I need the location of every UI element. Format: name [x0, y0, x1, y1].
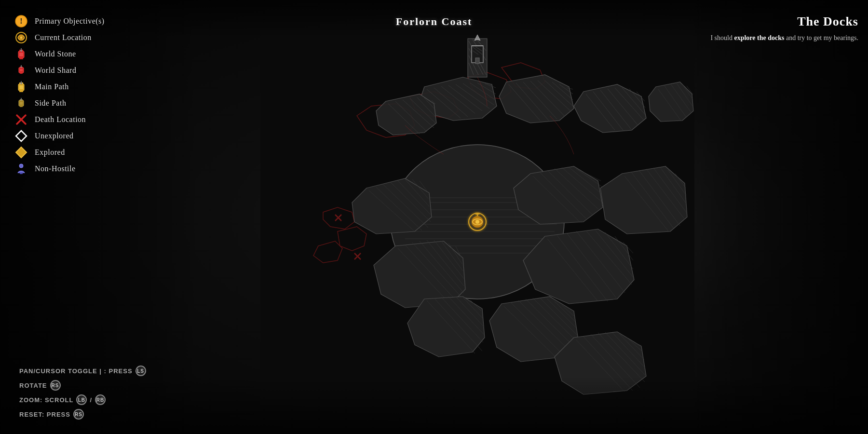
side-path-icon — [14, 96, 28, 110]
svg-point-185 — [19, 164, 23, 168]
svg-rect-145 — [475, 58, 479, 64]
svg-rect-171 — [19, 91, 23, 92]
control-reset-badge: RS — [73, 409, 84, 420]
death-location-icon — [14, 113, 28, 126]
svg-marker-184 — [16, 147, 27, 158]
legend-item-world-shard: World Shard — [14, 64, 105, 77]
svg-text:!: ! — [20, 17, 22, 25]
legend-item-side-path: Side Path — [14, 96, 105, 110]
main-path-icon — [14, 80, 28, 94]
legend-label-current-location: Current Location — [35, 33, 92, 42]
quest-desc-bold: explore the docks — [734, 34, 784, 41]
non-hostile-icon — [14, 162, 28, 176]
control-pan-cursor-badge: LS — [136, 366, 146, 376]
legend-label-side-path: Side Path — [35, 99, 66, 108]
legend-item-primary-objective: ! Primary Objective(s) — [14, 14, 105, 28]
legend-item-unexplored: Unexplored — [14, 129, 105, 143]
svg-rect-186 — [20, 173, 23, 174]
legend-label-explored: Explored — [35, 148, 65, 157]
control-pan-cursor: PAN/CURSOR TOGGLE | : PRESS LS — [19, 366, 146, 376]
legend-label-main-path: Main Path — [35, 82, 69, 91]
quest-title: The Docks — [704, 14, 858, 29]
quest-description: I should explore the docks and try to ge… — [704, 33, 858, 43]
world-shard-icon — [14, 64, 28, 77]
map-title: Forlorn Coast — [396, 15, 473, 28]
svg-marker-183 — [16, 131, 27, 141]
legend-item-death-location: Death Location — [14, 113, 105, 126]
svg-rect-166 — [20, 69, 23, 71]
legend-label-death-location: Death Location — [35, 115, 86, 124]
unexplored-icon — [14, 129, 28, 143]
control-zoom-separator: / — [90, 396, 92, 404]
control-zoom-badge-rb: RB — [95, 394, 106, 405]
control-reset: RESET: PRESS RS — [19, 409, 146, 420]
control-zoom-text: ZOOM: SCROLL — [19, 396, 73, 404]
svg-point-141 — [475, 220, 479, 224]
legend-item-explored: Explored — [14, 146, 105, 159]
quest-panel: The Docks I should explore the docks and… — [704, 14, 858, 43]
legend-label-primary-objective: Primary Objective(s) — [35, 17, 105, 26]
current-location-icon — [14, 31, 28, 44]
controls-panel: PAN/CURSOR TOGGLE | : PRESS LS ROTATE RS… — [19, 366, 146, 420]
entrance-icon — [472, 46, 483, 64]
explored-icon — [14, 146, 28, 159]
svg-rect-172 — [19, 85, 23, 89]
legend-panel: ! Primary Objective(s) Current Location — [14, 14, 105, 176]
control-rotate-badge: RS — [50, 380, 61, 391]
svg-rect-177 — [20, 106, 23, 107]
legend-label-world-stone: World Stone — [35, 50, 76, 58]
quest-desc-suffix: and try to get my bearings. — [784, 34, 858, 41]
legend-item-current-location: Current Location — [14, 31, 105, 44]
legend-item-main-path: Main Path — [14, 80, 105, 94]
legend-item-world-stone: World Stone — [14, 47, 105, 61]
svg-rect-159 — [19, 58, 23, 59]
svg-point-173 — [20, 82, 22, 84]
svg-point-156 — [20, 37, 23, 39]
svg-rect-160 — [19, 53, 23, 56]
world-stone-icon — [14, 47, 28, 61]
legend-label-world-shard: World Shard — [35, 66, 76, 75]
control-zoom-badge-lb: LB — [76, 394, 87, 405]
control-pan-cursor-text: PAN/CURSOR TOGGLE | : PRESS — [19, 367, 133, 375]
control-rotate-text: ROTATE — [19, 382, 47, 389]
legend-label-non-hostile: Non-Hostile — [35, 164, 76, 173]
quest-desc-prefix: I should — [710, 34, 734, 41]
control-reset-text: RESET: PRESS — [19, 411, 70, 418]
legend-item-non-hostile: Non-Hostile — [14, 162, 105, 176]
control-zoom: ZOOM: SCROLL LB / RB — [19, 394, 146, 405]
objective-icon: ! — [14, 14, 28, 28]
map-svg[interactable] — [260, 29, 694, 405]
svg-rect-165 — [20, 73, 23, 74]
svg-rect-178 — [20, 102, 23, 105]
svg-point-161 — [20, 50, 22, 52]
control-rotate: ROTATE RS — [19, 380, 146, 391]
legend-label-unexplored: Unexplored — [35, 132, 74, 140]
